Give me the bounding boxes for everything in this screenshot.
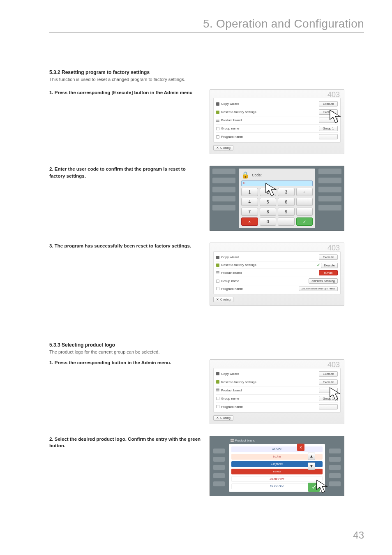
panel: Copy wizard Execute Reset to factory set…	[213, 98, 341, 143]
group-button[interactable]: Group 1	[319, 396, 338, 401]
step-text: 1. Press the corresponding button in the…	[49, 359, 201, 366]
program-button[interactable]	[319, 404, 338, 409]
abc-icon	[216, 397, 219, 400]
execute-button[interactable]: Execute	[319, 371, 338, 377]
brand-button[interactable]	[319, 388, 338, 393]
key-0[interactable]: 0	[260, 217, 277, 226]
step-number: 3.	[49, 243, 53, 248]
row-group: Group name Group 1	[216, 125, 338, 133]
content: 5.3.2 Resetting program to factory setti…	[49, 69, 364, 496]
key-minus[interactable]: −	[296, 198, 313, 206]
reset-icon	[216, 380, 219, 384]
program-number: 403	[327, 90, 340, 99]
section-heading-533: 5.3.3 Selecting product logo	[49, 342, 364, 348]
step-row: 2. Select the desired product logo. Conf…	[49, 436, 364, 496]
step-text: 2. Select the desired product logo. Conf…	[49, 436, 201, 449]
execute-button[interactable]: Execute	[319, 254, 338, 260]
abc-icon	[216, 127, 219, 130]
close-button[interactable]: ✕ Closing	[213, 415, 233, 421]
bars-icon	[216, 119, 219, 122]
program-number: 403	[327, 361, 340, 369]
execute-button[interactable]: Execute	[319, 109, 338, 115]
reset-icon	[216, 111, 219, 114]
key-4[interactable]: 4	[241, 198, 258, 206]
row-program: Program name ZirLiner before Wax-up / Pr…	[216, 285, 338, 292]
screenshot: 403 Copy wizard Execute Reset to factory…	[210, 89, 345, 154]
chapter-title: 5. Operation and Configuration	[203, 17, 364, 30]
key-5[interactable]: 5	[260, 198, 277, 206]
row-group: Group name ZirPress Staining	[216, 277, 338, 285]
step-body: Select the desired product logo. Confirm…	[49, 437, 201, 449]
group-button[interactable]: Group 1	[319, 126, 338, 131]
screenshot: 🔒 Code: 0 1 2 3 + 4	[210, 166, 345, 231]
step-number: 1.	[49, 90, 53, 95]
close-button[interactable]: ✕ Closing	[213, 145, 233, 150]
group-button[interactable]: ZirPress Staining	[309, 278, 338, 284]
key-7[interactable]: 7	[241, 208, 258, 216]
copy-icon	[216, 256, 219, 259]
page-number: 43	[353, 530, 364, 541]
logo-selector-mock: Product brand Id.S/Ze InLine Empress e.m…	[210, 436, 344, 496]
keypad: 🔒 Code: 0 1 2 3 + 4	[239, 169, 315, 228]
step-body: Enter the user code to confirm that the …	[49, 166, 186, 178]
screenshot: 403 Copy wizardExecute Reset to factory …	[210, 359, 345, 424]
screenshot: 403 Copy wizard Execute Reset to factory…	[210, 243, 345, 306]
key-1[interactable]: 1	[241, 188, 258, 196]
right-chips	[318, 169, 341, 228]
execute-button[interactable]: Execute	[319, 101, 338, 106]
key-9[interactable]: 9	[278, 208, 295, 216]
step-body: The program has successfully been reset …	[55, 243, 191, 248]
logo-option[interactable]: Id.S/Ze	[231, 446, 323, 452]
admin-menu-mock-done: 403 Copy wizard Execute Reset to factory…	[210, 243, 344, 306]
row-copy: Copy wizard Execute	[216, 100, 338, 108]
copy-icon	[216, 372, 219, 375]
reset-icon	[216, 264, 219, 267]
brand-button[interactable]	[319, 118, 338, 123]
logo-option[interactable]: InLine PoM	[231, 476, 323, 482]
key-8[interactable]: 8	[260, 208, 277, 216]
abc-icon	[216, 287, 219, 290]
step-text: 1. Press the corresponding [Execute] but…	[49, 89, 201, 96]
key-plus[interactable]: +	[296, 188, 313, 196]
close-button[interactable]: ✕ Closing	[213, 297, 233, 302]
arrow-down-button[interactable]: ▼	[308, 462, 315, 470]
key-6[interactable]: 6	[278, 198, 295, 206]
left-chips	[213, 449, 225, 486]
row-reset: Reset to factory settings ✔ Execute	[216, 261, 338, 269]
key-2[interactable]: 2	[260, 188, 277, 196]
step-row: 1. Press the corresponding [Execute] but…	[49, 89, 364, 154]
step-row: 3. The program has successfully been res…	[49, 243, 364, 306]
row-program: Program name	[216, 133, 338, 141]
step-row: 2. Enter the user code to confirm that t…	[49, 166, 364, 231]
page: 5. Operation and Configuration 5.3.2 Res…	[0, 0, 392, 555]
abc-icon	[216, 405, 219, 408]
key-3[interactable]: 3	[278, 188, 295, 196]
execute-button[interactable]: Execute	[321, 263, 338, 268]
screenshot: Product brand Id.S/Ze InLine Empress e.m…	[210, 436, 345, 496]
row-reset: Reset to factory settings Execute	[216, 108, 338, 116]
check-icon: ✔	[317, 263, 320, 267]
arrow-up-button[interactable]: ▲	[308, 453, 315, 460]
key-ok[interactable]: ✓	[296, 217, 313, 226]
brand-button[interactable]: e.max	[319, 270, 338, 275]
section-heading-532: 5.3.2 Resetting program to factory setti…	[49, 69, 364, 75]
step-body: Press the corresponding button in the Ad…	[55, 360, 171, 365]
close-icon[interactable]: ×	[297, 444, 304, 451]
step-text: 3. The program has successfully been res…	[49, 243, 201, 250]
execute-button[interactable]: Execute	[319, 379, 338, 385]
admin-menu-mock: 403 Copy wizardExecute Reset to factory …	[210, 359, 344, 424]
keypad-mock: 🔒 Code: 0 1 2 3 + 4	[210, 166, 344, 231]
scroll-arrows: ▲ ▼	[308, 453, 315, 470]
abc-icon	[216, 280, 219, 283]
step-number: 2.	[49, 166, 53, 171]
key-blank	[296, 208, 313, 216]
key-cancel[interactable]: ×	[241, 217, 258, 226]
row-copy: Copy wizard Execute	[216, 253, 338, 261]
program-button[interactable]: ZirLiner before Wax-up / Press	[299, 287, 338, 291]
program-button[interactable]	[319, 134, 338, 139]
confirm-button[interactable]: ✓	[308, 483, 320, 492]
label: Reset to factory settings	[221, 110, 256, 114]
copy-icon	[216, 102, 219, 106]
row-brand: Product brand	[216, 116, 338, 125]
lock-icon: 🔒	[241, 171, 249, 179]
